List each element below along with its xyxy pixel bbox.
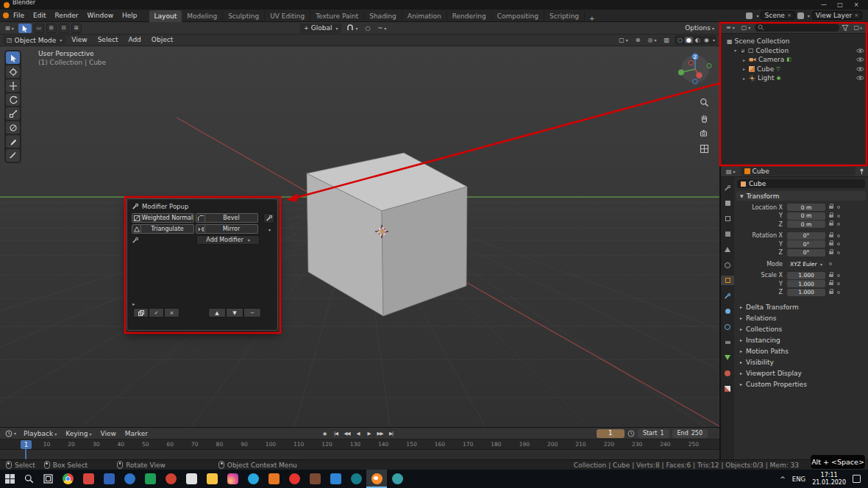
tab-animation[interactable]: Animation [402, 10, 447, 22]
taskbar-app-icon[interactable] [119, 470, 140, 488]
options-dropdown[interactable]: Options▾ [683, 24, 716, 32]
object-tab[interactable] [721, 276, 734, 285]
disclosure-triangle-icon[interactable]: ▸ [132, 301, 135, 307]
overlays-dropdown[interactable]: ◎▾ [645, 36, 658, 44]
ortho-toggle-icon[interactable] [700, 144, 709, 154]
rotation-z-field[interactable]: 0° [787, 249, 825, 256]
shading-rendered-button[interactable]: ◉ [702, 37, 711, 43]
pin-icon[interactable] [858, 168, 865, 175]
tab-sculpting[interactable]: Sculpting [223, 10, 265, 22]
tab-rendering[interactable]: Rendering [447, 10, 492, 22]
rotate-tool[interactable] [6, 93, 20, 106]
transform-tool[interactable] [6, 121, 20, 134]
lock-icon[interactable] [829, 243, 833, 245]
add-modifier-dropdown[interactable]: Add Modifier▾ [196, 235, 260, 245]
taskbar-vscode-icon[interactable] [325, 470, 346, 488]
scene-browse-icon[interactable] [746, 12, 753, 19]
proportional-editing-toggle[interactable]: ○ [363, 24, 372, 32]
eye-icon[interactable] [856, 75, 864, 81]
decorator-icon[interactable] [829, 262, 832, 265]
scene-tab[interactable] [721, 245, 734, 254]
scale-y-field[interactable]: 1.000 [787, 280, 825, 287]
mirror-button[interactable]: Mirror [205, 224, 258, 234]
end-frame-field[interactable]: End250 [672, 429, 708, 438]
eye-icon[interactable] [856, 66, 864, 72]
lock-icon[interactable] [829, 291, 833, 294]
taskbar-folder-icon[interactable] [202, 470, 222, 488]
tab-shading[interactable]: Shading [364, 10, 402, 22]
taskbar-telegram-icon[interactable] [243, 470, 263, 488]
taskbar-app-icon[interactable] [305, 470, 325, 488]
section-visibility[interactable]: ▸Visibility [734, 356, 868, 367]
outliner-row-cube[interactable]: ▸ Cube ▽ [721, 65, 868, 74]
jump-to-end-button[interactable]: ▶| [386, 428, 396, 438]
snap-toggle[interactable]: ▾ [344, 24, 360, 32]
minimize-button[interactable]: — [816, 0, 832, 10]
object-data-tab[interactable] [721, 353, 734, 362]
mode-dropdown[interactable]: ◳Object Mode▾ [3, 35, 65, 45]
navigation-gizmo[interactable]: Z [675, 49, 715, 89]
scene-selector[interactable]: Scene× [761, 11, 794, 20]
taskbar-clock[interactable]: 17:11 21.01.2020 [812, 472, 846, 487]
start-frame-field[interactable]: Start1 [638, 429, 669, 438]
section-motion-paths[interactable]: ▸Motion Paths [734, 345, 868, 356]
taskbar-app-icon[interactable] [181, 470, 202, 488]
outliner-row-collection[interactable]: ▾ ✓ ▢ Collection [721, 46, 868, 56]
tab-layout[interactable]: Layout [149, 10, 182, 22]
jump-to-start-button[interactable]: |◀ [331, 428, 341, 438]
new-collection-button[interactable]: ▢+ [851, 24, 865, 32]
taskbar-app-icon[interactable] [222, 470, 243, 488]
outliner-search-field[interactable] [755, 24, 839, 32]
decorator-icon[interactable] [837, 282, 840, 285]
particles-tab[interactable] [721, 306, 734, 316]
current-frame-field[interactable]: 1 [597, 429, 625, 438]
editor-type-button[interactable]: ⊞▾ [3, 24, 16, 32]
view-layer-selector[interactable]: View Layer× [812, 11, 862, 20]
section-delta-transform[interactable]: ▸Delta Transform [734, 301, 868, 312]
menu-view[interactable]: View [67, 34, 91, 46]
show-gizmo-toggle[interactable]: ⊕ [633, 36, 643, 44]
language-indicator[interactable]: ENG [792, 476, 805, 483]
shading-material-button[interactable]: ◐ [694, 37, 702, 43]
select-box-tool[interactable] [6, 51, 20, 64]
decorator-icon[interactable] [837, 274, 840, 277]
menu-add[interactable]: Add [124, 34, 145, 46]
taskbar-app-icon[interactable] [140, 470, 160, 488]
move-down-button[interactable]: ▼ [226, 308, 243, 317]
weighted-normal-icon-button[interactable] [132, 213, 141, 223]
tab-modeling[interactable]: Modeling [182, 10, 223, 22]
pan-hand-icon[interactable] [700, 113, 709, 123]
lock-icon[interactable] [829, 274, 833, 277]
select-mode-set-button[interactable]: ▭ [34, 24, 44, 33]
expand-arrow-icon[interactable]: ▾ [733, 48, 738, 53]
modifier-wrench-button[interactable] [263, 213, 274, 223]
selectability-dropdown[interactable]: ▢▾ [616, 36, 630, 44]
view-layer-browse-icon[interactable] [797, 12, 804, 19]
lock-icon[interactable] [829, 215, 833, 218]
location-x-field[interactable]: 0 m [787, 204, 825, 211]
world-tab[interactable] [721, 260, 734, 270]
task-view-button[interactable] [38, 470, 57, 488]
tab-uv-editing[interactable]: UV Editing [265, 10, 310, 22]
menu-render[interactable]: Render [51, 10, 83, 22]
menu-view[interactable]: View [96, 430, 119, 437]
menu-select[interactable]: Select [93, 34, 123, 46]
display-mode-dropdown[interactable]: ▢▾ [739, 24, 753, 32]
editor-type-button[interactable]: ▤▾ [724, 168, 738, 176]
apply-modifier-button[interactable]: ✓ [149, 308, 164, 317]
taskbar-app-icon[interactable] [263, 470, 284, 488]
timeline-ruler[interactable]: 1102030405060708090100110120130140150160… [0, 439, 719, 450]
close-icon[interactable]: × [787, 12, 791, 18]
section-collections[interactable]: ▸Collections [734, 323, 868, 334]
output-tab[interactable] [721, 214, 734, 223]
playhead-marker[interactable]: 1 [21, 440, 32, 449]
location-y-field[interactable]: 0 m [787, 212, 825, 220]
expand-arrow-icon[interactable]: ▸ [741, 57, 747, 62]
select-mode-intersect-button[interactable]: ⊠ [71, 24, 82, 33]
transform-orientation-dropdown[interactable]: +Global▾ [300, 24, 341, 33]
decorator-icon[interactable] [837, 243, 840, 245]
active-tool-button[interactable] [18, 24, 32, 33]
outliner-row-light[interactable]: ▸ Light ◉ [721, 73, 868, 83]
tool-tab[interactable] [721, 183, 734, 193]
close-icon[interactable]: × [854, 12, 858, 18]
